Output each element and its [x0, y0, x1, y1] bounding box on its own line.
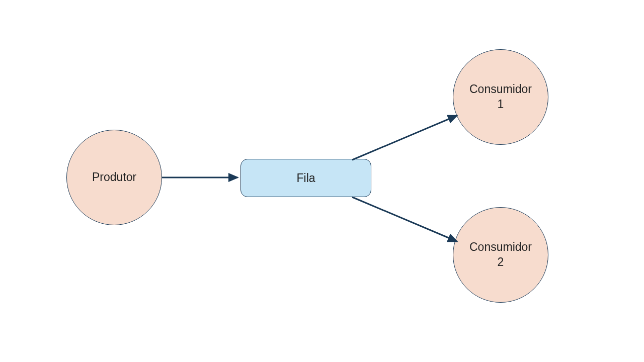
producer-node: Produtor — [66, 130, 162, 225]
queue-node: Fila — [240, 159, 371, 197]
arrow-fila-consumidor1 — [352, 116, 457, 160]
consumer2-sub: 2 — [498, 255, 504, 268]
consumer2-node: Consumidor 2 — [453, 207, 548, 303]
queue-label: Fila — [296, 171, 315, 185]
consumer2-label: Consumidor — [469, 240, 532, 253]
consumer1-sub: 1 — [498, 98, 504, 111]
consumer1-label: Consumidor — [469, 82, 532, 96]
arrow-fila-consumidor2 — [352, 197, 457, 241]
producer-label: Produtor — [92, 170, 136, 185]
consumer1-node: Consumidor 1 — [453, 49, 548, 145]
